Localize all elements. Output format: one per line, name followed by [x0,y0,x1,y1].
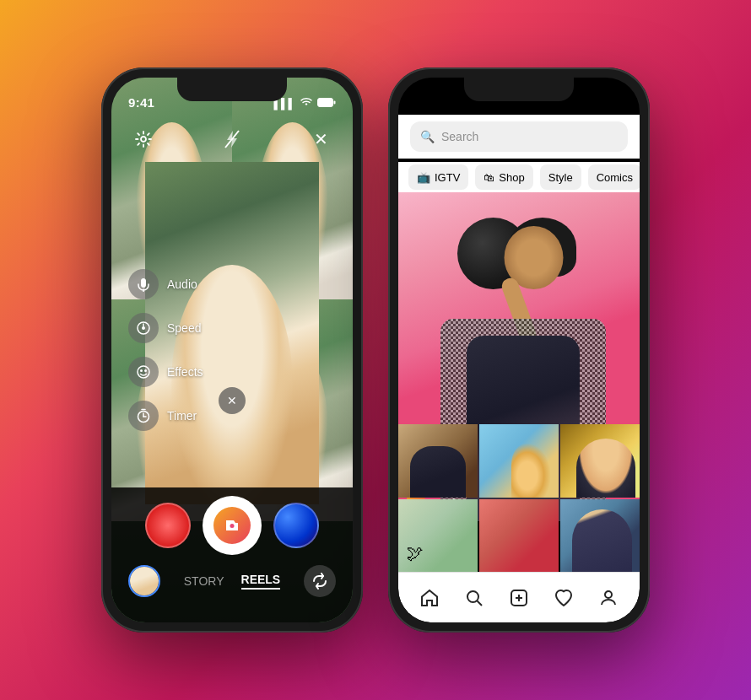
igtv-icon: 📺 [417,171,430,184]
comics-tab[interactable]: Comics [588,164,640,190]
close-button[interactable]: ✕ [305,124,336,154]
audio-icon [128,269,159,299]
style-label: Style [548,171,573,184]
svg-point-15 [230,524,235,528]
mode-tabs: STORY REELS [184,573,280,590]
right-phone-screen: 9:41 [398,78,640,622]
left-status-time: 9:41 [128,95,154,110]
svg-rect-19 [581,97,583,107]
comics-label: Comics [597,171,633,184]
speed-menu-item[interactable]: Speed [128,313,203,343]
igtv-label: IGTV [435,171,460,184]
thumb-6[interactable] [560,499,640,573]
battery-icon [604,98,623,110]
right-phone: 9:41 [388,67,650,633]
style-tab[interactable]: Style [540,164,581,190]
svg-point-2 [141,137,146,142]
timer-icon [128,401,159,431]
effects-menu-item[interactable]: Effects [128,357,203,387]
left-phone: 9:41 ▌▌▌ [101,67,363,633]
home-nav-button[interactable] [411,579,448,617]
thumb-1[interactable] [398,424,478,498]
settings-button[interactable] [128,124,159,154]
svg-point-28 [605,591,612,598]
mode-row: STORY REELS [111,565,353,597]
svg-point-23 [467,591,478,602]
thumb-4[interactable] [398,499,478,573]
effects-label: Effects [167,365,203,379]
add-nav-button[interactable] [500,579,538,617]
shop-icon: 🛍 [484,171,494,184]
thumb-3[interactable] [560,424,640,498]
thumb-5[interactable] [479,499,559,573]
search-placeholder: Search [441,130,478,143]
heart-nav-button[interactable] [545,579,582,617]
phones-container: 9:41 ▌▌▌ [84,51,667,649]
right-status-icons [569,97,623,110]
category-tabs: 📺 IGTV 🛍 Shop Style Comics TV & Movie [398,162,640,192]
close-icon: ✕ [314,129,328,149]
main-content: Reels [398,192,640,572]
svg-point-9 [140,369,143,372]
svg-point-10 [144,369,147,372]
filter-1-button[interactable] [145,503,191,548]
effects-icon [128,357,159,387]
battery-icon [317,98,336,110]
shop-label: Shop [499,171,524,184]
timer-menu-item[interactable]: Timer [128,401,203,431]
shop-tab[interactable]: 🛍 Shop [475,164,532,190]
signal-icon [569,97,582,110]
camera-close-center-button[interactable]: ✕ [219,387,246,414]
bottom-navigation [398,572,640,622]
thumb-2[interactable] [479,424,559,498]
search-icon: 🔍 [420,130,435,143]
right-notch [464,78,574,101]
search-bar: 🔍 Search [398,115,640,159]
svg-rect-17 [573,101,575,108]
record-button[interactable] [203,496,262,555]
wifi-icon [300,97,313,110]
left-status-icons: ▌▌▌ [273,97,336,110]
search-nav-button[interactable] [456,579,493,617]
svg-line-24 [477,600,482,606]
audio-menu-item[interactable]: Audio [128,269,203,299]
flip-camera-button[interactable] [304,565,336,597]
audio-label: Audio [167,277,197,291]
camera-side-menu: Audio Speed [128,269,203,431]
thumbnail-grid [398,424,640,572]
svg-point-8 [138,366,149,378]
svg-rect-18 [576,99,579,107]
wifi-icon [586,97,600,110]
left-phone-screen: 9:41 ▌▌▌ [111,78,353,622]
svg-rect-0 [318,98,333,106]
speed-icon [128,313,159,343]
filter-row [145,496,319,555]
camera-top-controls: ✕ [111,124,353,154]
camera-bottom-controls: STORY REELS [111,487,353,622]
filter-2-button[interactable] [273,503,319,548]
svg-rect-1 [334,100,336,104]
profile-nav-button[interactable] [590,579,627,617]
speed-label: Speed [167,321,201,335]
reels-tab[interactable]: REELS [241,573,281,590]
svg-rect-16 [569,103,571,107]
flash-button[interactable] [217,124,247,154]
left-notch [177,78,287,101]
reels-record-icon [213,507,251,544]
svg-rect-20 [605,98,620,106]
timer-label: Timer [167,409,197,423]
search-input[interactable]: 🔍 Search [410,121,628,152]
user-avatar[interactable] [128,565,160,597]
right-status-time: 9:41 [415,95,441,110]
story-tab[interactable]: STORY [184,574,224,588]
x-icon: ✕ [227,394,237,407]
svg-rect-21 [621,100,623,104]
igtv-tab[interactable]: 📺 IGTV [408,164,468,190]
